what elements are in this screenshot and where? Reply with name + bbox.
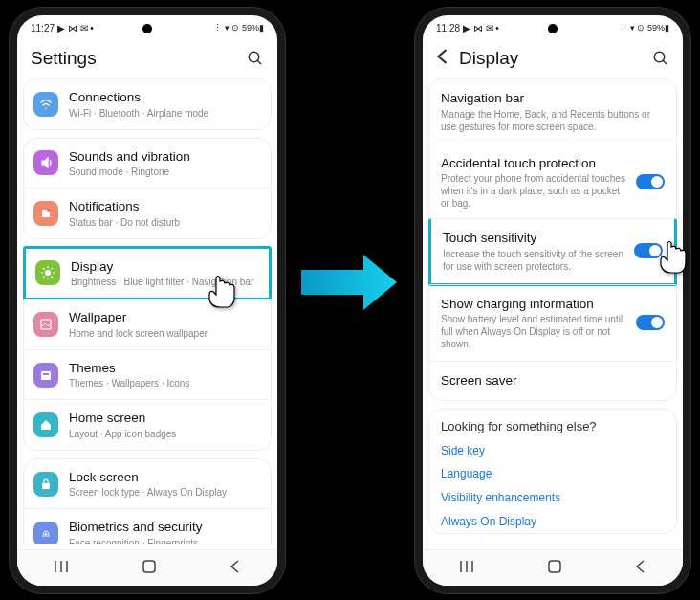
status-app-icons: ▶ ⋈ ✉ • [463, 23, 499, 33]
settings-header: Settings [17, 40, 277, 78]
row-text: ConnectionsWi-Fi · Bluetooth · Airplane … [69, 89, 261, 120]
row-subtitle: Brightness · Blue light filter · Navigat… [71, 276, 259, 288]
svg-line-12 [52, 268, 54, 270]
row-text: Lock screenScreen lock type · Always On … [69, 469, 261, 500]
row-title: Wallpaper [69, 309, 261, 326]
svg-line-1 [257, 60, 261, 64]
row-subtitle: Wi-Fi · Bluetooth · Airplane mode [69, 107, 261, 120]
display-icon [35, 260, 60, 285]
nav-back[interactable] [230, 560, 241, 576]
phone-right: 11:28 ▶ ⋈ ✉ • ⋮ ▾ ⊙ 59%▮ Display Navigat… [415, 8, 690, 593]
row-subtitle: Increase the touch sensitivity of the sc… [443, 248, 623, 273]
page-title: Settings [31, 48, 247, 69]
row-title: Biometrics and security [69, 519, 261, 536]
settings-row-themes[interactable]: ThemesThemes · Wallpapers · Icons [24, 349, 271, 400]
nav-home[interactable] [142, 560, 156, 576]
search-icon[interactable] [247, 50, 264, 67]
svg-point-3 [47, 209, 51, 212]
settings-row-notifications[interactable]: NotificationsStatus bar · Do not disturb [24, 188, 271, 238]
row-title: Lock screen [69, 469, 261, 486]
sound-icon [33, 150, 58, 175]
row-subtitle: Screen lock type · Always On Display [69, 486, 261, 499]
row-text: WallpaperHome and lock screen wallpaper [69, 309, 261, 340]
link-language[interactable]: Language [429, 463, 676, 486]
row-title: Sounds and vibration [69, 148, 261, 166]
svg-rect-26 [549, 561, 560, 572]
toggle-switch[interactable] [636, 315, 665, 330]
row-text: NotificationsStatus bar · Do not disturb [69, 198, 261, 229]
status-app-icons: ▶ ⋈ ✉ • [57, 23, 94, 33]
svg-rect-16 [42, 483, 50, 489]
nav-back[interactable] [635, 560, 646, 576]
status-time: 11:28 [436, 23, 460, 33]
svg-point-4 [45, 270, 51, 276]
themes-icon [33, 363, 58, 388]
row-text: Screen saver [441, 372, 665, 389]
biometrics-icon [33, 522, 58, 544]
nav-bar [423, 549, 683, 586]
row-text: Accidental touch protectionProtect your … [441, 155, 625, 211]
row-title: Navigation bar [441, 90, 665, 107]
tutorial-arrow [296, 249, 402, 316]
nav-home[interactable] [548, 560, 561, 576]
settings-row-sounds-and-vibration[interactable]: Sounds and vibrationSound mode · Rington… [24, 139, 271, 189]
camera-cutout [142, 24, 152, 33]
row-subtitle: Show battery level and estimated time un… [441, 313, 625, 350]
row-subtitle: Layout · App icon badges [69, 428, 261, 440]
status-right: ⋮ ▾ ⊙ 59%▮ [619, 23, 669, 33]
row-subtitle: Themes · Wallpapers · Icons [69, 377, 261, 389]
display-header: Display [423, 40, 683, 78]
row-text: DisplayBrightness · Blue light filter · … [71, 258, 259, 289]
notif-icon [33, 201, 58, 226]
toggle-switch[interactable] [636, 174, 665, 189]
camera-cutout [548, 24, 558, 33]
svg-line-22 [663, 60, 667, 64]
row-subtitle: Protect your phone from accidental touch… [441, 172, 625, 210]
display-row-show-charging-information[interactable]: Show charging informationShow battery le… [429, 284, 676, 362]
svg-point-21 [654, 52, 665, 62]
row-subtitle: Sound mode · Ringtone [69, 166, 261, 178]
row-title: Themes [69, 360, 261, 377]
display-row-navigation-bar[interactable]: Navigation barManage the Home, Back, and… [429, 79, 676, 144]
svg-line-10 [52, 277, 54, 278]
row-title: Notifications [69, 198, 261, 215]
nav-recents[interactable] [54, 560, 69, 576]
row-subtitle: Face recognition · Fingerprints [69, 537, 261, 544]
row-text: ThemesThemes · Wallpapers · Icons [69, 360, 261, 390]
svg-line-9 [43, 268, 45, 270]
wifi-icon [33, 92, 58, 117]
home-icon [33, 412, 58, 437]
settings-row-wallpaper[interactable]: WallpaperHome and lock screen wallpaper [24, 299, 271, 349]
settings-row-connections[interactable]: ConnectionsWi-Fi · Bluetooth · Airplane … [24, 79, 271, 129]
nav-bar [17, 549, 277, 586]
status-right: ⋮ ▾ ⊙ 59%▮ [213, 23, 264, 33]
display-row-touch-sensitivity[interactable]: Touch sensitivityIncrease the touch sens… [428, 218, 677, 286]
toggle-switch[interactable] [634, 243, 663, 258]
display-row-accidental-touch-protection[interactable]: Accidental touch protectionProtect your … [429, 144, 676, 221]
svg-point-0 [249, 52, 259, 62]
link-always-on-display[interactable]: Always On Display [429, 511, 676, 534]
search-icon[interactable] [652, 50, 669, 67]
more-label: Looking for something else? [429, 410, 676, 439]
link-visibility-enhancements[interactable]: Visibility enhancements [429, 487, 676, 510]
row-text: Home screenLayout · App icon badges [69, 410, 261, 440]
settings-row-lock-screen[interactable]: Lock screenScreen lock type · Always On … [24, 459, 271, 509]
nav-recents[interactable] [459, 560, 474, 576]
display-list: Navigation barManage the Home, Back, and… [423, 78, 683, 544]
settings-row-display[interactable]: DisplayBrightness · Blue light filter · … [23, 246, 272, 301]
back-icon[interactable] [436, 48, 449, 69]
settings-row-biometrics-and-security[interactable]: Biometrics and securityFace recognition … [24, 508, 271, 544]
row-title: Touch sensitivity [443, 230, 623, 247]
row-subtitle: Manage the Home, Back, and Recents butto… [441, 108, 665, 133]
row-subtitle: Home and lock screen wallpaper [69, 327, 261, 340]
phone-left: 11:27 ▶ ⋈ ✉ • ⋮ ▾ ⊙ 59%▮ Settings Connec… [10, 8, 285, 593]
display-row-screen-saver[interactable]: Screen saver [429, 361, 676, 400]
row-subtitle: Status bar · Do not disturb [69, 216, 261, 229]
row-text: Touch sensitivityIncrease the touch sens… [443, 230, 623, 273]
settings-row-home-screen[interactable]: Home screenLayout · App icon badges [24, 399, 271, 450]
svg-rect-15 [43, 373, 49, 375]
link-side-key[interactable]: Side key [429, 440, 676, 463]
settings-list: ConnectionsWi-Fi · Bluetooth · Airplane … [17, 78, 277, 544]
row-text: Biometrics and securityFace recognition … [69, 519, 261, 544]
row-title: Screen saver [441, 372, 665, 389]
